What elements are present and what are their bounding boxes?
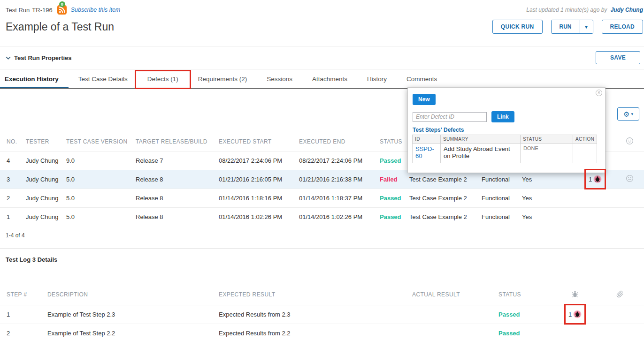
cell-version: 5.0	[60, 207, 129, 226]
new-defect-button[interactable]: New	[413, 94, 436, 105]
cell-category: Functional	[475, 207, 515, 226]
test-step-row[interactable]: 2 Example of Test Step 2.2 Expected Resu…	[0, 324, 644, 342]
cell-tester: Judy Chung	[19, 189, 60, 207]
last-updated-prefix: Last updated 1 minute(s) ago by	[526, 7, 607, 13]
cell-no: 4	[0, 151, 19, 170]
cell-end: 01/21/2016 2:16:38 PM	[292, 170, 373, 189]
tab-execution-history[interactable]: Execution History	[0, 69, 69, 88]
cell-category: Functional	[475, 189, 515, 207]
run-dropdown-button[interactable]: ▾	[580, 20, 593, 33]
run-button[interactable]: RUN	[552, 20, 580, 33]
tab-label: Test Case Details	[78, 76, 128, 83]
chevron-down-icon	[6, 56, 11, 60]
reload-button[interactable]: RELOAD	[602, 20, 643, 34]
last-updated-user-link[interactable]: Judy Chung	[611, 7, 643, 13]
col-header-release: TARGET RELEASE/BUILD	[129, 132, 212, 151]
test-run-page: Test Run TR-196 0 Subscribe this item La…	[0, 0, 644, 348]
caret-down-icon: ▾	[585, 24, 588, 30]
tab-bar: Execution History Test Case Details Defe…	[0, 69, 644, 89]
defect-id-link[interactable]: SSPD-60	[415, 145, 434, 159]
cell-no: 2	[0, 189, 19, 207]
tab-test-case-details[interactable]: Test Case Details	[69, 69, 138, 88]
close-icon[interactable]: ×	[596, 90, 602, 96]
defect-count-link[interactable]: 1	[589, 175, 602, 183]
test-log-header-row: STEP # DESCRIPTION EXPECTED RESULT ACTUA…	[0, 285, 644, 305]
cell-comments	[615, 189, 644, 207]
cell-defect-count	[575, 189, 615, 207]
table-settings-button[interactable]: ⚙ ▾	[617, 107, 639, 121]
caret-down-icon: ▾	[631, 112, 633, 116]
col-header-defect-summary: SUMMARY	[441, 135, 521, 144]
smiley-icon[interactable]	[626, 174, 634, 182]
tab-requirements[interactable]: Requirements (2)	[188, 69, 257, 88]
tab-attachments[interactable]: Attachments	[302, 69, 357, 88]
cell-defect-id: SSPD-60	[413, 144, 441, 163]
col-header-tester: TESTER	[19, 132, 60, 151]
test-log-table: STEP # DESCRIPTION EXPECTED RESULT ACTUA…	[0, 285, 644, 342]
cell-tester: Judy Chung	[19, 170, 60, 189]
smiley-icon	[626, 137, 634, 145]
cell-defect-status: DONE	[521, 144, 573, 163]
cell-start: 01/21/2016 2:16:05 PM	[212, 170, 292, 189]
execution-row[interactable]: 2 Judy Chung 5.0 Release 8 01/14/2016 1:…	[0, 189, 644, 207]
item-type-label: Test Run	[6, 7, 30, 14]
cell-step-defect-count	[554, 324, 596, 342]
cell-description: Example of Test Step 2.3	[41, 305, 212, 324]
tab-label: Comments	[406, 76, 437, 83]
col-header-actual: ACTUAL RESULT	[406, 285, 492, 305]
item-id: TR-196	[32, 7, 52, 14]
execution-row[interactable]: 1 Judy Chung 5.0 Release 8 01/14/2016 1:…	[0, 207, 644, 226]
cell-version: 5.0	[60, 189, 129, 207]
cell-tester: Judy Chung	[19, 207, 60, 226]
defects-popup: × New Link Test Steps' Defects ID SUMMAR…	[407, 87, 606, 173]
defect-count-value: 1	[568, 311, 572, 318]
col-header-expected: EXPECTED RESULT	[212, 285, 406, 305]
rss-feed-icon[interactable]: 0	[57, 5, 67, 15]
cell-expected: Expected Results from 2.2	[212, 324, 406, 342]
cell-tester: Judy Chung	[19, 151, 60, 170]
tab-sessions[interactable]: Sessions	[257, 69, 302, 88]
link-defect-button[interactable]: Link	[491, 111, 514, 122]
cell-step-status: Passed	[492, 305, 554, 324]
cell-step-defect-count: 1	[554, 305, 596, 324]
defect-id-input[interactable]	[413, 112, 487, 122]
cell-status: Passed	[373, 151, 403, 170]
page-title: Example of a Test Run	[6, 21, 114, 33]
tab-comments[interactable]: Comments	[397, 69, 447, 88]
subscribe-link[interactable]: Subscribe this item	[71, 7, 121, 13]
cell-start: 01/14/2016 1:18:16 PM	[212, 189, 292, 207]
cell-release: Release 8	[129, 170, 212, 189]
tab-defects[interactable]: Defects (1)	[138, 69, 188, 88]
run-split-button: RUN ▾	[551, 20, 593, 34]
cell-status: Passed	[373, 189, 403, 207]
test-log-section: Test Log 3 Details STEP # DESCRIPTION EX…	[0, 248, 644, 342]
quick-run-button[interactable]: QUICK RUN	[492, 20, 543, 34]
cell-description: Example of Test Step 2.2	[41, 324, 212, 342]
feed-count-badge: 0	[59, 1, 65, 7]
cell-step: 1	[0, 305, 41, 324]
properties-section-toggle[interactable]: Test Run Properties	[6, 54, 72, 61]
cell-step-status: Passed	[492, 324, 554, 342]
cell-start: 01/14/2016 1:02:26 PM	[212, 207, 292, 226]
cell-reusable: Yes	[515, 189, 575, 207]
test-step-row[interactable]: 1 Example of Test Step 2.3 Expected Resu…	[0, 305, 644, 324]
cell-end: 01/14/2016 1:02:26 PM	[292, 207, 373, 226]
bug-icon	[593, 175, 602, 183]
tab-history[interactable]: History	[357, 69, 397, 88]
cell-defect-summary: Add Study Abroad Event on Profile	[441, 144, 521, 163]
col-header-version: TEST CASE VERSION	[60, 132, 129, 151]
cell-end: 08/22/2017 2:24:06 PM	[292, 151, 373, 170]
paperclip-icon	[616, 290, 624, 298]
cell-release: Release 8	[129, 207, 212, 226]
cell-comments	[615, 170, 644, 189]
cell-actual	[406, 324, 492, 342]
tab-label: Sessions	[267, 76, 292, 83]
cell-defect-action	[573, 144, 597, 163]
col-header-attachments	[596, 285, 644, 305]
defect-row: SSPD-60 Add Study Abroad Event on Profil…	[413, 144, 597, 163]
col-header-description: DESCRIPTION	[41, 285, 212, 305]
pagination-label: 1-4 of 4	[0, 226, 644, 245]
defect-count-link[interactable]: 1	[568, 310, 582, 318]
defect-count-value: 1	[589, 176, 592, 183]
save-button[interactable]: SAVE	[596, 51, 640, 64]
